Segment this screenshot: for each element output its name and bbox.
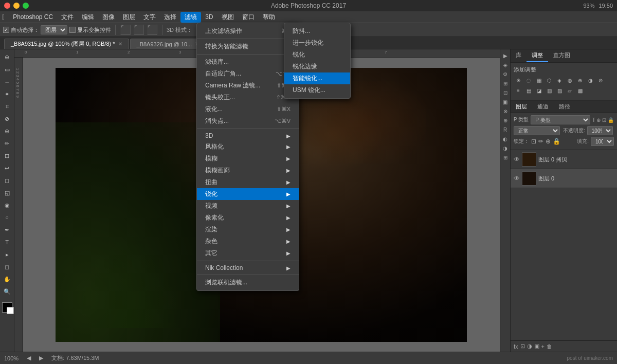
auto-select-type[interactable]: 图层 <box>41 25 67 34</box>
adj-color-lookup[interactable]: ▤ <box>524 86 533 95</box>
layer-item-1[interactable]: 👁 图层 0 拷贝 <box>511 150 617 169</box>
mini-btn-12[interactable]: ⊞ <box>501 153 510 161</box>
menu-layer[interactable]: 图层 <box>119 12 139 23</box>
filter-item-sharpen[interactable]: 锐化 ▶ <box>197 188 299 200</box>
filter-item-render[interactable]: 渲染 ▶ <box>197 224 299 235</box>
adj-levels[interactable]: ▦ <box>534 76 543 85</box>
layer-mask-icon[interactable]: ⊡ <box>520 343 525 350</box>
adj-exposure[interactable]: ⬡ <box>545 76 554 85</box>
sharpen-item-edges[interactable]: 锐化边缘 <box>284 61 350 72</box>
adj-invert[interactable]: ◪ <box>534 86 543 95</box>
auto-select-check[interactable]: 自动选择： 图层 <box>3 25 67 34</box>
mini-btn-11[interactable]: ◑ <box>501 144 510 152</box>
maximize-button[interactable] <box>23 3 29 9</box>
nav-left[interactable]: ◀ <box>27 355 31 361</box>
tool-type[interactable]: T <box>2 236 13 248</box>
adj-bw[interactable]: ◑ <box>586 76 595 85</box>
menu-type[interactable]: 文字 <box>139 12 160 23</box>
mini-btn-10[interactable]: ◐ <box>501 135 510 143</box>
menu-window[interactable]: 窗口 <box>238 12 259 23</box>
transform-check[interactable]: 显示变换控件 <box>69 26 111 34</box>
tool-healing[interactable]: ⊕ <box>2 125 13 137</box>
layers-tab-channels[interactable]: 通道 <box>532 101 554 113</box>
tab-1-close[interactable]: ✕ <box>118 41 122 47</box>
layer-fx-icon[interactable]: fx <box>514 343 518 350</box>
adj-threshold[interactable]: ▨ <box>555 86 564 95</box>
close-button[interactable] <box>4 3 10 9</box>
menu-file[interactable]: 文件 <box>57 12 78 23</box>
filter-item-vanish[interactable]: 消失点... ⌥⌘V <box>197 115 299 127</box>
menu-3d[interactable]: 3D <box>201 12 217 22</box>
opacity-select[interactable]: 100% <box>587 126 613 135</box>
mini-btn-2[interactable]: ◈ <box>501 61 510 69</box>
tool-magic-wand[interactable]: ✦ <box>2 88 13 100</box>
tool-move[interactable]: ⊕ <box>2 51 13 63</box>
filter-item-blur[interactable]: 模糊 ▶ <box>197 153 299 165</box>
minimize-button[interactable] <box>13 3 20 9</box>
mini-btn-9[interactable]: R <box>501 125 510 134</box>
tool-eraser[interactable]: ◻ <box>2 175 13 186</box>
layer-delete-icon[interactable]: 🗑 <box>547 343 552 350</box>
tool-path-select[interactable]: ▸ <box>2 249 13 260</box>
tool-brush[interactable]: ✏ <box>2 138 13 149</box>
panel-tab-histogram[interactable]: 直方图 <box>548 49 575 62</box>
blend-mode-select[interactable]: 正常 <box>514 126 560 135</box>
tool-gradient[interactable]: ◱ <box>2 187 13 198</box>
filter-item-stylize[interactable]: 风格化 ▶ <box>197 141 299 153</box>
layers-tab-paths[interactable]: 路径 <box>554 101 575 113</box>
menu-help[interactable]: 帮助 <box>259 12 279 23</box>
tool-marquee[interactable]: ▭ <box>2 64 13 75</box>
tool-lasso[interactable]: ⌢ <box>2 76 13 87</box>
adj-brightness[interactable]: ☀ <box>514 76 523 85</box>
align-right-icon[interactable]: ⬛ <box>147 24 158 35</box>
layer-group-icon[interactable]: ▣ <box>534 343 539 350</box>
tool-hand[interactable]: ✋ <box>2 274 13 285</box>
menu-select[interactable]: 选择 <box>160 12 180 23</box>
lock-transparent-icon[interactable]: ⊡ <box>531 138 536 145</box>
layer-item-0[interactable]: 👁 图层 0 <box>511 169 617 188</box>
tool-crop[interactable]: ⌗ <box>2 101 13 112</box>
filter-item-distort[interactable]: 扭曲 ▶ <box>197 176 299 188</box>
layer-type-select[interactable]: P 类型 <box>531 115 590 124</box>
mini-btn-4[interactable]: ⊞ <box>501 79 510 87</box>
lock-position-icon[interactable]: ⊕ <box>546 138 551 145</box>
filter-item-browse[interactable]: 浏览联机滤镜... <box>197 277 299 288</box>
tab-1[interactable]: _B8A9315.jpg @ 100% (图层 0, RGB/8) * ✕ <box>4 39 129 49</box>
tool-pen[interactable]: ✒ <box>2 224 13 235</box>
sharpen-item-more[interactable]: 进一步锐化 <box>284 37 350 49</box>
sharpen-item-shake[interactable]: 防抖... <box>284 25 350 37</box>
adj-photo-filter[interactable]: ⊘ <box>596 76 605 85</box>
transform-checkbox[interactable] <box>69 27 76 33</box>
background-color[interactable] <box>7 307 14 314</box>
menu-image[interactable]: 图像 <box>98 12 119 23</box>
tool-zoom[interactable]: 🔍 <box>2 286 13 297</box>
lock-all-icon[interactable]: 🔒 <box>553 138 560 145</box>
mini-btn-6[interactable]: ▣ <box>501 98 510 106</box>
adj-channel-mixer[interactable]: ≡ <box>514 86 523 95</box>
tool-blur[interactable]: ◉ <box>2 199 13 211</box>
layer-new-icon[interactable]: + <box>541 343 545 350</box>
mini-btn-5[interactable]: ⊡ <box>501 88 510 97</box>
tool-history-brush[interactable]: ↩ <box>2 162 13 174</box>
sharpen-item-smart[interactable]: 智能锐化... <box>284 72 350 84</box>
tool-shape[interactable]: ◻ <box>2 261 13 272</box>
filter-item-video[interactable]: 视频 ▶ <box>197 200 299 212</box>
nav-right[interactable]: ▶ <box>39 355 43 361</box>
adj-color-balance[interactable]: ⊕ <box>575 76 585 85</box>
filter-item-3d[interactable]: 3D ▶ <box>197 131 299 141</box>
layer-1-visibility[interactable]: 👁 <box>514 156 520 163</box>
layers-tab-layers[interactable]: 图层 <box>511 101 532 113</box>
lock-pixels-icon[interactable]: ✏ <box>538 138 543 145</box>
menu-photoshop[interactable]: Photoshop CC <box>9 12 57 22</box>
apple-icon[interactable]:  <box>2 13 5 21</box>
sharpen-item-sharpen[interactable]: 锐化 <box>284 49 350 61</box>
tool-eyedropper[interactable]: ⊘ <box>2 113 13 124</box>
auto-select-checkbox[interactable] <box>3 27 9 33</box>
layer-adj-icon[interactable]: ◑ <box>527 343 532 350</box>
mini-btn-3[interactable]: ⚙ <box>501 70 510 78</box>
adj-posterize[interactable]: ▥ <box>545 86 554 95</box>
fill-select[interactable]: 100% <box>591 137 614 146</box>
panel-tab-library[interactable]: 库 <box>511 49 527 62</box>
filter-item-liquify[interactable]: 液化... ⇧⌘X <box>197 103 299 115</box>
align-left-icon[interactable]: ⬛ <box>120 24 131 35</box>
